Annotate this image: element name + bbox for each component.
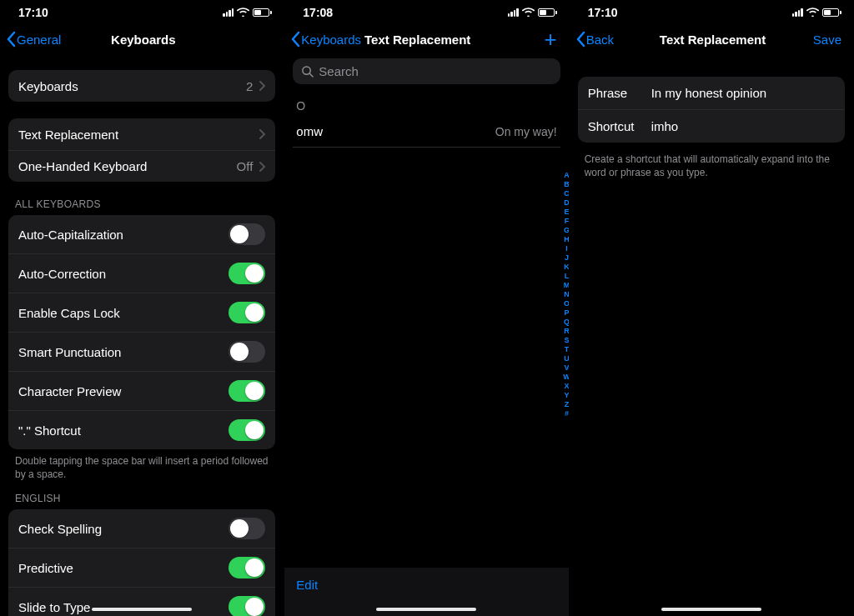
index-letter[interactable]: G — [563, 226, 569, 235]
edit-button[interactable]: Edit — [296, 578, 318, 592]
search-field[interactable] — [293, 58, 560, 84]
toggle-switch[interactable] — [229, 223, 265, 245]
status-bar: 17:10 — [570, 0, 853, 22]
keyboards-row[interactable]: Keyboards 2 — [8, 70, 275, 102]
toggle-row: "." Shortcut — [8, 410, 275, 449]
wifi-icon — [522, 6, 535, 19]
index-letter[interactable]: J — [563, 253, 569, 263]
toggle-switch[interactable] — [229, 380, 265, 402]
plus-icon: + — [544, 28, 556, 50]
toggle-row: Check Spelling — [8, 509, 275, 548]
phrase-value: In my honest opinion — [651, 86, 766, 100]
search-icon — [301, 65, 314, 78]
toggle-label: Check Spelling — [18, 522, 102, 536]
toggle-label: Slide to Type — [18, 600, 90, 614]
toggle-switch[interactable] — [229, 302, 265, 323]
all-keyboards-list: Auto-CapitalizationAuto-CorrectionEnable… — [8, 215, 275, 449]
index-letter[interactable]: N — [563, 290, 569, 299]
content: OomwOn my way! ABCDEFGHIJKLMNOPQRSTUVWXY… — [284, 58, 568, 616]
clock: 17:10 — [588, 6, 618, 19]
index-letter[interactable]: Q — [563, 318, 569, 327]
home-indicator[interactable] — [92, 608, 192, 611]
shortcut-phrase: On my way! — [495, 125, 557, 138]
toggle-label: Character Preview — [18, 384, 121, 398]
section-letter: O — [293, 91, 560, 116]
index-letter[interactable]: P — [563, 308, 569, 318]
index-letter[interactable]: U — [563, 354, 569, 363]
chevron-right-icon — [259, 81, 265, 91]
index-letter[interactable]: F — [563, 217, 569, 226]
index-letter[interactable]: I — [563, 244, 569, 253]
all-keyboards-header: All Keyboards — [8, 198, 275, 215]
shortcut-key: omw — [296, 124, 323, 138]
toggle-row: Smart Punctuation — [8, 332, 275, 371]
shortcut-row[interactable]: Shortcut imho — [578, 109, 845, 143]
index-letter[interactable]: Z — [563, 400, 569, 409]
toggle-switch[interactable] — [229, 557, 265, 578]
index-letter[interactable]: O — [563, 299, 569, 308]
index-letter[interactable]: L — [563, 272, 569, 281]
status-icons — [508, 6, 557, 19]
index-letter[interactable]: # — [563, 409, 569, 418]
back-button[interactable]: Back — [575, 31, 614, 48]
index-letter[interactable]: B — [563, 180, 569, 189]
back-button[interactable]: Keyboards — [289, 31, 361, 48]
clock: 17:10 — [18, 6, 48, 19]
svg-line-1 — [310, 73, 314, 77]
back-label: Keyboards — [301, 33, 361, 47]
index-letter[interactable]: K — [563, 263, 569, 272]
index-letter[interactable]: D — [563, 198, 569, 208]
back-button[interactable]: General — [5, 31, 61, 48]
toggle-switch[interactable] — [229, 419, 265, 441]
page-title: Text Replacement — [364, 33, 527, 47]
shortcut-row[interactable]: omwOn my way! — [293, 116, 560, 148]
battery-icon — [253, 8, 272, 17]
home-indicator[interactable] — [661, 608, 761, 611]
index-letter[interactable]: W — [563, 373, 569, 382]
cell-value: Off — [237, 159, 254, 173]
index-letter[interactable]: V — [563, 363, 569, 373]
index-letter[interactable]: H — [563, 235, 569, 244]
status-bar: 17:08 — [284, 0, 568, 22]
chevron-right-icon — [259, 129, 265, 139]
index-letter[interactable]: C — [563, 189, 569, 198]
cell-label: Text Replacement — [18, 128, 118, 142]
index-letter[interactable]: A — [563, 171, 569, 180]
toggle-switch[interactable] — [229, 341, 265, 363]
index-letter[interactable]: M — [563, 281, 569, 290]
status-icons — [223, 6, 272, 19]
back-label: General — [17, 33, 61, 47]
phrase-row[interactable]: Phrase In my honest opinion — [578, 77, 845, 109]
content: Keyboards 2 Text Replacement One-Hand — [0, 58, 284, 616]
english-header: English — [8, 493, 275, 509]
chevron-left-icon — [5, 31, 17, 48]
status-icons — [792, 6, 841, 19]
one-handed-row[interactable]: One-Handed Keyboard Off — [8, 150, 275, 182]
save-button[interactable]: Save — [811, 33, 845, 47]
index-letter[interactable]: Y — [563, 391, 569, 400]
toggle-switch[interactable] — [229, 263, 265, 284]
search-input[interactable] — [319, 64, 551, 78]
index-bar[interactable]: ABCDEFGHIJKLMNOPQRSTUVWXYZ# — [563, 171, 569, 418]
all-keyboards-footer: Double tapping the space bar will insert… — [8, 449, 275, 481]
toggle-switch[interactable] — [229, 518, 265, 539]
toggle-row: Slide to Type — [8, 587, 275, 616]
form-footer: Create a shortcut that will automaticall… — [578, 148, 845, 179]
toolbar: Edit — [284, 568, 568, 616]
text-replacement-row[interactable]: Text Replacement — [8, 118, 275, 150]
toggle-row: Auto-Correction — [8, 253, 275, 293]
index-letter[interactable]: T — [563, 345, 569, 354]
index-letter[interactable]: R — [563, 327, 569, 336]
index-letter[interactable]: X — [563, 382, 569, 391]
toggle-label: Enable Caps Lock — [18, 306, 120, 320]
battery-icon — [538, 8, 557, 17]
toggle-switch[interactable] — [229, 596, 265, 616]
keyboards-label: Keyboards — [18, 79, 78, 93]
home-indicator[interactable] — [376, 608, 476, 611]
index-letter[interactable]: E — [563, 208, 569, 217]
toggle-row: Auto-Capitalization — [8, 215, 275, 253]
add-button[interactable]: + — [527, 28, 560, 50]
chevron-left-icon — [289, 31, 301, 48]
chevron-left-icon — [575, 31, 586, 48]
index-letter[interactable]: S — [563, 336, 569, 345]
